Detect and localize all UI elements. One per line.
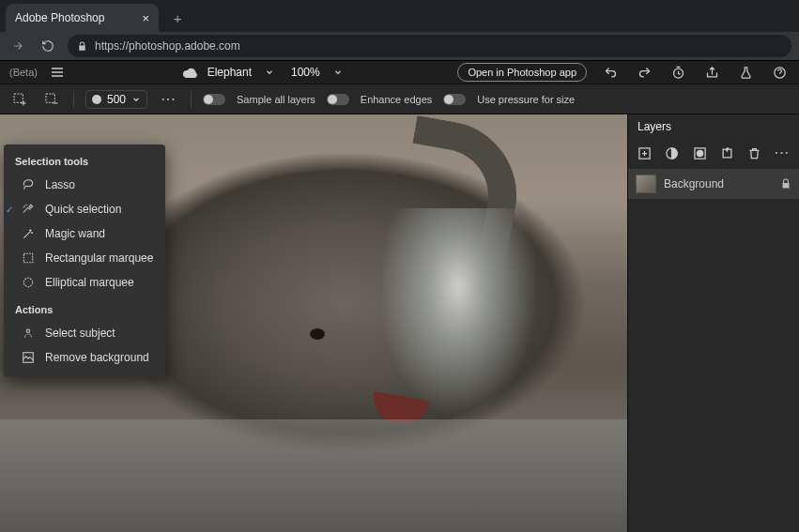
tool-quick-selection[interactable]: ✓ Quick selection: [4, 197, 165, 221]
tool-label: Magic wand: [45, 227, 105, 240]
mask-button[interactable]: [691, 143, 709, 163]
brush-dot-icon: [92, 95, 101, 104]
tool-rectangular-marquee[interactable]: Rectangular marquee: [4, 246, 165, 270]
action-label: Select subject: [45, 327, 115, 340]
hamburger-icon: [50, 65, 65, 80]
enhance-edges-label: Enhance edges: [361, 94, 432, 105]
chevron-down-icon: [131, 95, 141, 104]
app-header: (Beta) Elephant 100% Open in Photoshop a…: [0, 60, 799, 84]
mask-icon: [693, 146, 707, 160]
share-button[interactable]: [701, 62, 722, 83]
tool-lasso[interactable]: Lasso: [4, 173, 165, 197]
add-selection-button[interactable]: [9, 89, 30, 110]
workspace: Selection tools Lasso ✓ Quick selection …: [0, 114, 799, 532]
subtract-selection-button[interactable]: [41, 89, 62, 110]
lock-icon[interactable]: [780, 178, 791, 190]
layer-thumbnail: [636, 175, 656, 193]
tab-title: Adobe Photoshop: [15, 11, 104, 24]
options-bar: 500 ··· Sample all layers Enhance edges …: [0, 84, 799, 114]
open-in-app-button[interactable]: Open in Photoshop app: [457, 63, 587, 82]
dots-icon: ···: [775, 146, 790, 160]
browser-tab[interactable]: Adobe Photoshop ×: [6, 4, 159, 32]
svg-rect-3: [46, 94, 54, 102]
menu-button[interactable]: [47, 62, 68, 83]
beta-label: (Beta): [9, 67, 38, 78]
action-select-subject[interactable]: Select subject: [4, 321, 165, 345]
selection-tools-popup: Selection tools Lasso ✓ Quick selection …: [4, 144, 165, 377]
action-label: Remove background: [45, 351, 149, 364]
tool-label: Lasso: [45, 178, 75, 191]
adjustment-layer-button[interactable]: [663, 143, 681, 163]
reload-button[interactable]: [38, 36, 58, 56]
tool-label: Rectangular marquee: [45, 251, 153, 265]
sample-all-layers-label: Sample all layers: [237, 94, 315, 105]
timer-icon: [671, 66, 685, 80]
redo-icon: [638, 66, 652, 80]
plus-icon: +: [174, 10, 182, 26]
new-tab-button[interactable]: +: [164, 5, 191, 31]
use-pressure-toggle[interactable]: [443, 94, 466, 105]
chevron-down-icon[interactable]: [333, 68, 343, 77]
layer-toolbar: ···: [628, 139, 799, 167]
layers-panel: Layers ··· Background: [627, 114, 799, 532]
browser-tab-strip: Adobe Photoshop × +: [0, 0, 799, 32]
lab-button[interactable]: [735, 62, 756, 83]
enhance-edges-toggle[interactable]: [327, 94, 349, 105]
undo-button[interactable]: [600, 62, 621, 83]
clip-button[interactable]: [718, 143, 736, 163]
layer-row[interactable]: Background: [628, 169, 799, 199]
svg-point-5: [23, 278, 32, 286]
lock-icon: [77, 41, 87, 52]
tool-magic-wand[interactable]: Magic wand: [4, 221, 165, 246]
svg-rect-2: [14, 94, 23, 102]
brush-size-value: 500: [107, 93, 126, 106]
action-remove-background[interactable]: Remove background: [4, 345, 165, 370]
remove-bg-icon: [21, 350, 36, 365]
add-selection-icon: [12, 92, 27, 107]
popup-section-actions: Actions: [4, 300, 165, 321]
undo-icon: [604, 66, 618, 80]
trash-icon: [747, 146, 761, 160]
more-options-button[interactable]: ···: [159, 89, 179, 110]
rect-marquee-icon: [21, 251, 36, 266]
url-input[interactable]: https://photoshop.adobe.com: [68, 35, 791, 57]
clip-icon: [720, 146, 734, 160]
separator: [191, 91, 192, 108]
separator: [73, 91, 74, 108]
check-icon: ✓: [6, 205, 15, 215]
close-tab-icon[interactable]: ×: [142, 11, 149, 25]
tool-label: Quick selection: [45, 203, 121, 216]
dots-icon: ···: [161, 93, 177, 106]
brush-size-control[interactable]: 500: [85, 90, 147, 109]
svg-point-11: [697, 150, 702, 156]
delete-layer-button[interactable]: [745, 143, 763, 163]
more-layers-button[interactable]: ···: [774, 143, 791, 163]
url-text: https://photoshop.adobe.com: [95, 39, 240, 53]
canvas-area[interactable]: Selection tools Lasso ✓ Quick selection …: [0, 114, 627, 532]
add-layer-icon: [638, 146, 652, 160]
timer-button[interactable]: [668, 62, 688, 83]
arrow-right-icon: [11, 39, 24, 53]
help-icon: [773, 66, 787, 80]
add-layer-button[interactable]: [636, 143, 653, 163]
lasso-icon: [21, 177, 36, 192]
zoom-level[interactable]: 100%: [291, 66, 320, 79]
forward-button[interactable]: [8, 36, 28, 56]
subtract-selection-icon: [44, 92, 59, 107]
magic-wand-icon: [21, 226, 36, 241]
cloud-icon: [183, 67, 198, 78]
reload-icon: [41, 39, 54, 53]
document-name[interactable]: Elephant: [207, 66, 252, 79]
browser-address-bar: https://photoshop.adobe.com: [0, 32, 799, 60]
svg-rect-4: [23, 253, 32, 262]
flask-icon: [739, 66, 753, 80]
popup-section-selection: Selection tools: [4, 152, 165, 173]
help-button[interactable]: [769, 62, 790, 83]
use-pressure-label: Use pressure for size: [477, 94, 575, 105]
chevron-down-icon[interactable]: [265, 68, 274, 77]
sample-all-layers-toggle[interactable]: [203, 94, 225, 105]
layers-title: Layers: [628, 114, 799, 139]
redo-button[interactable]: [634, 62, 654, 83]
tool-elliptical-marquee[interactable]: Elliptical marquee: [4, 270, 165, 295]
adjustment-icon: [665, 146, 679, 160]
